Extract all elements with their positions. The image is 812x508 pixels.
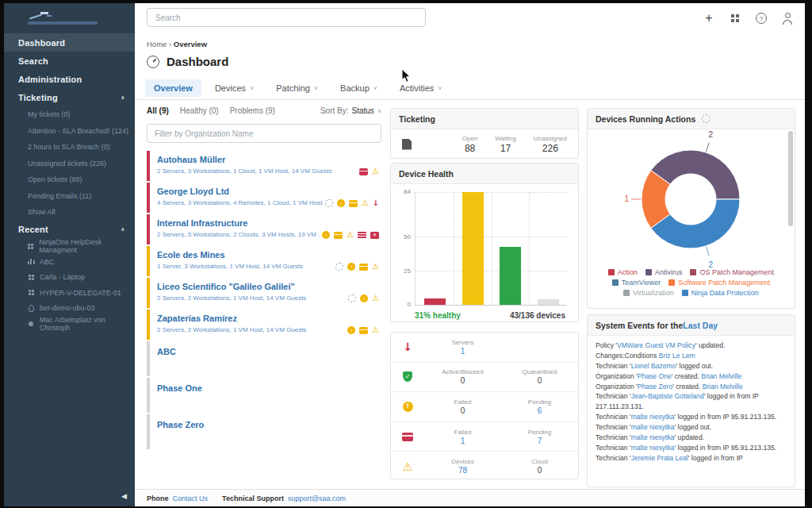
org-name-link[interactable]: Internal Infrastructure: [157, 218, 377, 228]
tab-backup[interactable]: Backup∨: [331, 79, 386, 97]
status-cell-value[interactable]: 7: [501, 437, 578, 445]
breadcrumb-home[interactable]: Home: [147, 40, 167, 48]
add-icon[interactable]: +: [703, 12, 715, 25]
event-link[interactable]: VMWare Guest VM Policy: [617, 341, 695, 349]
status-cell-value[interactable]: 1: [424, 347, 501, 356]
system-events-panel: System Events for the Last Day Policy 'V…: [587, 314, 795, 487]
event-link[interactable]: Brian Melville: [703, 383, 743, 391]
legend-item-action[interactable]: Action: [608, 268, 638, 276]
org-row-zapater-as-ram-rez[interactable]: Zapaterías Ramírez2 Servers, 2 Workstati…: [147, 310, 381, 340]
tab-devices[interactable]: Devices∨: [206, 79, 262, 97]
org-name-link[interactable]: Autohaus Müller: [157, 155, 377, 164]
recent-item-ber-demo-ubu-03[interactable]: ber-demo-ubu-03: [4, 301, 135, 317]
org-name-link[interactable]: Phase One: [157, 383, 377, 393]
apps-grid-icon[interactable]: [729, 12, 741, 25]
sidebar-subitem-open-tickets-88[interactable]: Open tickets (88): [4, 171, 135, 188]
recent-item-label: HYPER-V-DELEGATE-01: [40, 289, 121, 297]
org-name-link[interactable]: Phase Zero: [157, 420, 377, 429]
event-link[interactable]: Brian Melville: [701, 372, 741, 380]
help-icon[interactable]: ?: [755, 12, 768, 25]
org-name-link[interactable]: Ecole des Mines: [157, 250, 377, 260]
org-row-ecole-des-mines[interactable]: Ecole des Mines1 Server, 3 Workstations,…: [147, 246, 381, 276]
legend-item-teamviewer[interactable]: TeamViewer: [612, 279, 661, 287]
recent-item-hyper-v-delegate-01[interactable]: HYPER-V-DELEGATE-01: [4, 285, 135, 301]
org-name-link[interactable]: Zapaterías Ramírez: [157, 314, 377, 323]
sidebar-collapse-icon[interactable]: ◀: [121, 492, 127, 500]
event-link[interactable]: Jean-Baptiste Gotteland: [631, 392, 704, 400]
scrollbar-thumb[interactable]: [788, 131, 793, 226]
ticket-stat-unassigned[interactable]: Unassigned226: [534, 135, 567, 154]
legend-item-ninja-data-protection[interactable]: Ninja Data Protection: [682, 289, 759, 297]
org-name-link[interactable]: George Lloyd Ltd: [157, 187, 377, 196]
event-link[interactable]: Phase One: [638, 372, 672, 380]
sidebar-subitem-attention-sla-breached-124[interactable]: Attention - SLA Breached! (124): [4, 123, 135, 140]
recent-item-ninjaone-helpdesk-managment[interactable]: NinjaOne HelpDesk Managment: [4, 239, 135, 255]
event-text: ' logged out.: [676, 362, 714, 370]
org-row-abc[interactable]: ABC: [147, 341, 381, 376]
event-link[interactable]: Phase Zero: [638, 383, 672, 391]
org-filter-input[interactable]: [147, 124, 381, 143]
event-link[interactable]: malte niesytka: [631, 423, 675, 431]
org-row-internal-infrastructure[interactable]: Internal Infrastructure2 Servers, 5 Work…: [147, 214, 381, 244]
event-text: Organization ': [596, 383, 638, 391]
sidebar-item-administration[interactable]: Administration: [4, 70, 135, 88]
card-yellow-icon: [334, 232, 343, 239]
event-link[interactable]: Lionel Bazemo: [631, 362, 676, 370]
ticket-stat-waiting[interactable]: Waiting17: [495, 135, 515, 154]
legend-item-os-patch-management[interactable]: OS Patch Management: [690, 268, 774, 276]
sidebar-section-recent[interactable]: Recent∧: [4, 221, 135, 239]
event-link[interactable]: Briz Le Lem: [659, 352, 695, 360]
tab-label: Patching: [276, 83, 310, 93]
sort-by-dropdown[interactable]: Sort By: Status ∨: [320, 106, 381, 115]
donut-value-label: 2: [709, 131, 714, 139]
org-row-liceo-scientifico-galileo-galilei[interactable]: Liceo Scientifico "Galileo Galilei"2 Ser…: [147, 278, 381, 308]
last-day-link[interactable]: Last Day: [683, 321, 718, 330]
tab-label: Overview: [154, 83, 193, 93]
recent-item-mac-arbeitsplatz-von-christoph[interactable]: Mac Arbeitsplatz von Christoph: [4, 316, 135, 332]
recent-item-abc[interactable]: ABC: [4, 254, 135, 270]
sidebar-subitem-show-all[interactable]: Show All: [4, 204, 135, 221]
company-logo[interactable]: [4, 3, 135, 33]
ticket-stat-open[interactable]: Open88: [462, 135, 478, 154]
event-link[interactable]: malte niesytka: [631, 433, 675, 441]
org-row-phase-one[interactable]: Phase One: [147, 378, 381, 413]
sidebar-subitem-my-tickets-0[interactable]: My tickets (0): [4, 106, 135, 123]
legend-item-virtualization[interactable]: Virtualization: [623, 289, 673, 297]
tab-overview[interactable]: Overview: [145, 79, 201, 97]
recent-item-carla-laptop[interactable]: Carla - Laptop: [4, 270, 135, 286]
contact-us-link[interactable]: Contact Us: [173, 495, 209, 502]
sidebar-subitem-2-hours-to-sla-breach-0[interactable]: 2 hours to SLA Breach (0): [4, 139, 135, 156]
status-cell-value[interactable]: 6: [501, 406, 578, 415]
event-link[interactable]: malte niesytka: [631, 413, 675, 421]
legend-item-software-patch-management[interactable]: Software Patch Management: [668, 279, 770, 287]
filter-healthy[interactable]: Healthy (0): [180, 106, 219, 115]
tab-patching[interactable]: Patching∨: [267, 79, 327, 97]
status-cell-value[interactable]: 1: [424, 437, 501, 445]
org-row-phase-zero[interactable]: Phase Zero: [147, 414, 381, 449]
sidebar-item-ticketing[interactable]: Ticketing∧: [4, 88, 135, 106]
event-link[interactable]: Jeremie Prata Leal: [631, 454, 688, 462]
device-health-bar-chart: 0255084: [415, 192, 567, 306]
sidebar-item-dashboard[interactable]: Dashboard: [4, 33, 135, 52]
org-row-autohaus-m-ller[interactable]: Autohaus Müller2 Servers, 3 Workstations…: [147, 151, 381, 181]
tab-label: Devices: [215, 83, 246, 93]
filter-all[interactable]: All (9): [147, 106, 169, 115]
status-cell-value[interactable]: 78: [424, 466, 501, 475]
arrow-down-red-icon: [403, 341, 412, 352]
search-input[interactable]: [147, 8, 426, 27]
tab-activities[interactable]: Activities∨: [391, 79, 451, 97]
windows-icon: [29, 275, 31, 277]
event-link[interactable]: malte niesytka: [631, 444, 675, 452]
filter-problems[interactable]: Problems (9): [230, 106, 275, 115]
support-email-link[interactable]: support@saa.com: [288, 495, 346, 502]
user-icon[interactable]: [781, 12, 794, 25]
sidebar-item-search[interactable]: Search: [4, 52, 135, 70]
sidebar-subitem-pending-emails-11[interactable]: Pending Emails (11): [4, 188, 135, 205]
org-name-link[interactable]: ABC: [157, 347, 377, 356]
org-row-george-lloyd-ltd[interactable]: George Lloyd Ltd4 Servers, 3 Workstation…: [147, 183, 381, 213]
breadcrumb[interactable]: Home › Overview: [147, 40, 207, 48]
org-name-link[interactable]: Liceo Scientifico "Galileo Galilei": [157, 282, 377, 291]
sidebar-subitem-unassigned-tickets-226[interactable]: Unassigned tickets (226): [4, 156, 135, 172]
scrollbar-track[interactable]: [788, 131, 793, 305]
legend-item-antivirus[interactable]: Antivirus: [645, 268, 683, 276]
